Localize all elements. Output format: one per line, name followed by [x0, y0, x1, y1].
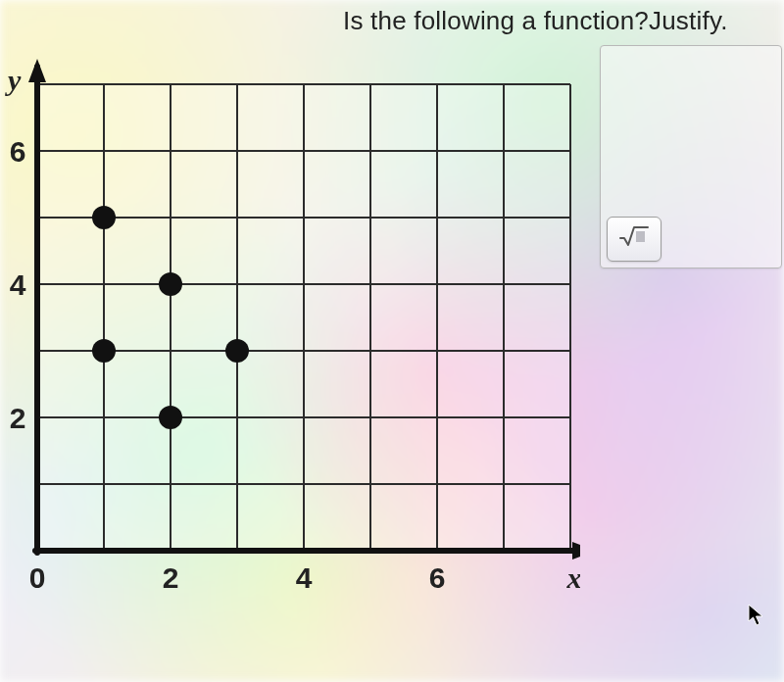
svg-text:4: 4	[296, 561, 313, 594]
answer-input[interactable]	[601, 46, 781, 211]
svg-marker-21	[28, 59, 46, 82]
svg-text:4: 4	[10, 268, 26, 301]
svg-text:6: 6	[429, 561, 446, 594]
toolbar	[607, 217, 662, 262]
svg-point-33	[92, 339, 116, 363]
math-tool-button[interactable]	[607, 217, 662, 262]
svg-marker-22	[572, 542, 580, 560]
svg-text:2: 2	[163, 561, 179, 594]
square-root-icon	[619, 225, 649, 253]
question-text: Is the following a function?Justify.	[343, 6, 728, 36]
scatter-chart: yx0246246	[0, 55, 580, 643]
svg-rect-0	[636, 231, 645, 242]
svg-point-34	[159, 272, 182, 296]
svg-text:6: 6	[10, 135, 26, 168]
svg-point-36	[225, 339, 249, 363]
svg-point-35	[159, 406, 182, 429]
svg-text:0: 0	[29, 561, 46, 594]
svg-text:2: 2	[10, 402, 26, 434]
svg-text:x: x	[566, 561, 581, 594]
svg-point-32	[92, 206, 116, 229]
svg-text:y: y	[5, 64, 22, 96]
answer-panel	[600, 45, 782, 268]
